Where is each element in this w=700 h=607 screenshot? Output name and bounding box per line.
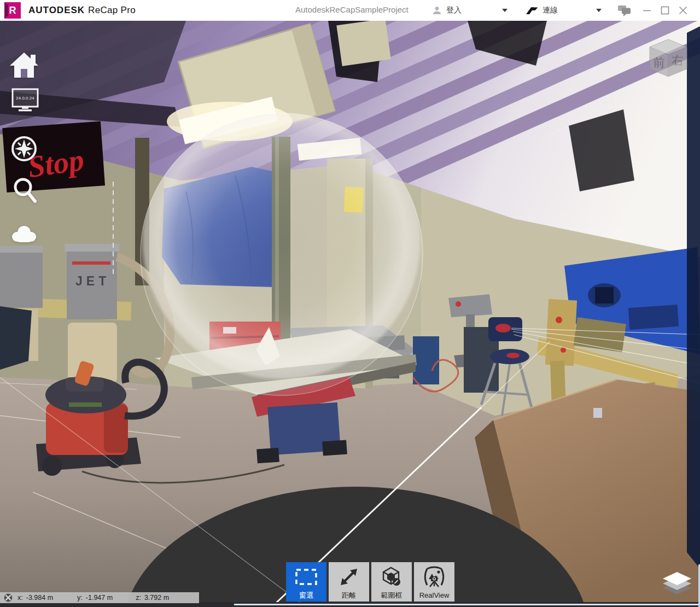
view-cube[interactable]: 前 右	[650, 39, 687, 77]
coordinates-status-bar: x: -3.984 m y: -1.947 m z: 3.792 m	[0, 592, 199, 603]
compass-icon	[10, 135, 38, 162]
user-icon	[432, 5, 442, 15]
x-coordinate-value: -3.984 m	[26, 594, 53, 602]
zoom-window-button[interactable]	[12, 177, 38, 209]
cloud-button[interactable]	[10, 224, 38, 244]
maximize-button[interactable]	[657, 0, 673, 21]
right-edge-band	[687, 26, 700, 569]
sign-in-label: 登入	[446, 5, 462, 15]
x-coordinate-label: x:	[18, 594, 23, 602]
project-name: AutodeskReCapSampleProject	[295, 5, 409, 14]
connect-menu[interactable]: 連線	[526, 0, 602, 21]
minimize-icon	[643, 6, 651, 15]
autodesk-mark-icon	[526, 7, 538, 15]
chat-bubbles-icon	[617, 5, 632, 16]
recap-logo-icon: R	[4, 2, 21, 19]
distance-icon	[338, 562, 360, 591]
minimize-button[interactable]	[639, 0, 655, 21]
target-icon	[4, 593, 13, 602]
jet-label: JET	[75, 274, 110, 288]
bottom-edge-highlight	[234, 604, 700, 605]
feedback-button[interactable]	[614, 0, 635, 21]
display-version-button[interactable]: 24.0.0.24	[11, 87, 39, 114]
brand-autodesk: AUTODESK	[28, 5, 85, 15]
home-icon	[9, 50, 39, 79]
connect-label: 連線	[542, 5, 558, 15]
layers-stack-button[interactable]	[660, 570, 695, 599]
realview-scan-sphere[interactable]	[141, 113, 423, 395]
app-brand: R AUTODESKReCap Pro	[4, 2, 136, 19]
realview-icon	[422, 562, 446, 591]
distance-button[interactable]: 距離	[329, 562, 369, 602]
bounding-box-icon	[381, 562, 402, 591]
magnifier-icon	[12, 177, 38, 208]
home-button[interactable]	[9, 50, 39, 80]
logo-letter: R	[9, 5, 16, 16]
brand-product: ReCap Pro	[88, 5, 136, 15]
close-button[interactable]	[675, 0, 691, 21]
z-coordinate-value: 3.792 m	[144, 594, 169, 602]
monitor-icon: 24.0.0.24	[11, 87, 39, 113]
y-coordinate-value: -1.947 m	[86, 594, 113, 602]
title-bar: R AUTODESKReCap Pro AutodeskReCapSampleP…	[0, 0, 700, 21]
view-cube-front-label: 前	[653, 56, 665, 69]
recap-window: R AUTODESKReCap Pro AutodeskReCapSampleP…	[0, 0, 700, 607]
version-label: 24.0.0.24	[16, 96, 34, 101]
cloud-icon	[10, 224, 38, 243]
window-select-button[interactable]: 窗選	[286, 562, 326, 602]
maximize-icon	[661, 6, 669, 15]
y-coordinate-label: y:	[77, 594, 83, 602]
distance-label: 距離	[342, 591, 356, 599]
realview-button[interactable]: RealView	[414, 562, 454, 602]
sign-in-menu[interactable]: 登入	[432, 0, 508, 21]
connect-caret-icon[interactable]	[596, 9, 602, 12]
z-coordinate-label: z:	[136, 594, 141, 602]
app-title: AUTODESKReCap Pro	[28, 5, 136, 16]
view-cube-right-label: 右	[672, 54, 684, 67]
close-icon	[679, 6, 687, 15]
bounding-box-button[interactable]: 範圍框	[371, 562, 412, 602]
logo-fold	[4, 2, 8, 19]
realview-label: RealView	[419, 591, 450, 599]
navigation-compass-button[interactable]	[10, 135, 38, 164]
point-cloud-viewport[interactable]: Stop	[0, 21, 700, 607]
bottom-toolbar: 窗選 距離	[286, 562, 454, 602]
sign-in-caret-icon[interactable]	[502, 9, 508, 12]
layers-icon	[661, 570, 693, 598]
window-select-label: 窗選	[299, 591, 313, 599]
window-select-icon	[295, 562, 318, 591]
bounding-box-label: 範圍框	[381, 591, 402, 599]
